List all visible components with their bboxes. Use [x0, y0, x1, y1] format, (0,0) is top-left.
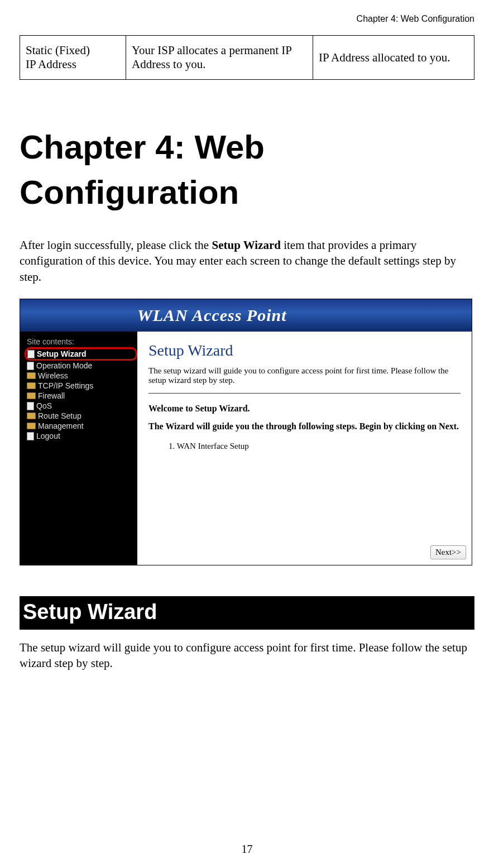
sidebar-item-label: Wireless [38, 371, 68, 380]
intro-bold: Setup Wizard [212, 238, 281, 252]
folder-icon [27, 423, 36, 429]
page-icon [27, 432, 34, 440]
setup-wizard-title: Setup Wizard [148, 342, 461, 359]
sidebar-item-label: Logout [36, 431, 60, 440]
sidebar-item-label: Route Setup [38, 411, 81, 420]
sidebar-item-tcpip[interactable]: TCP/IP Settings [27, 381, 137, 391]
sidebar-item-qos[interactable]: QoS [27, 401, 137, 411]
sidebar-item-label: Setup Wizard [37, 349, 87, 358]
folder-icon [27, 382, 36, 389]
section-paragraph: The setup wizard will guide you to confi… [20, 640, 474, 672]
sidebar-item-label: QoS [36, 401, 52, 410]
sidebar-item-label: TCP/IP Settings [38, 381, 93, 390]
folder-icon [27, 372, 36, 379]
sidebar-item-label: Management [38, 421, 84, 430]
wlan-banner: WLAN Access Point [20, 299, 472, 332]
content-panel: Setup Wizard The setup wizard will guide… [137, 332, 472, 565]
cell-text: Static (Fixed) [26, 44, 90, 57]
sidebar: Site contents: Setup Wizard Operation Mo… [20, 332, 137, 565]
sidebar-item-label: Firewall [38, 391, 65, 400]
chapter-title: Chapter 4: Web Configuration [20, 124, 474, 215]
sidebar-item-route[interactable]: Route Setup [27, 411, 137, 421]
guide-text: The Wizard will guide you the through fo… [148, 421, 461, 431]
sidebar-item-operation-mode[interactable]: Operation Mode [27, 361, 137, 371]
banner-text: WLAN Access Point [137, 306, 287, 325]
intro-text: After login successfully, please click t… [20, 238, 212, 252]
divider [148, 393, 461, 394]
cell-text: IP Address [26, 57, 76, 71]
page-icon [27, 350, 35, 358]
page-icon [27, 402, 34, 410]
section-banner: Setup Wizard [20, 596, 474, 630]
folder-icon [27, 413, 36, 419]
sidebar-item-management[interactable]: Management [27, 421, 137, 431]
table-cell: IP Address allocated to you. [313, 36, 474, 80]
ip-address-table: Static (Fixed) IP Address Your ISP alloc… [20, 35, 474, 80]
next-button[interactable]: Next>> [430, 545, 466, 559]
table-cell: Static (Fixed) IP Address [20, 36, 126, 80]
sidebar-item-setup-wizard[interactable]: Setup Wizard [25, 347, 137, 361]
folder-icon [27, 392, 36, 399]
step-1: 1. WAN Interface Setup [148, 442, 461, 451]
sidebar-item-firewall[interactable]: Firewall [27, 391, 137, 401]
page-icon [27, 362, 34, 370]
running-head: Chapter 4: Web Configuration [20, 0, 474, 35]
table-row: Static (Fixed) IP Address Your ISP alloc… [20, 36, 474, 80]
embedded-screenshot: WLAN Access Point Site contents: Setup W… [20, 299, 472, 565]
page-number: 17 [0, 843, 494, 856]
sidebar-title: Site contents: [27, 337, 137, 346]
table-cell: Your ISP allocates a permanent IP Addres… [126, 36, 313, 80]
sidebar-item-label: Operation Mode [36, 361, 92, 370]
sidebar-item-wireless[interactable]: Wireless [27, 371, 137, 381]
sidebar-item-logout[interactable]: Logout [27, 431, 137, 441]
intro-paragraph: After login successfully, please click t… [20, 237, 474, 285]
welcome-text: Welcome to Setup Wizard. [148, 404, 461, 414]
setup-wizard-desc: The setup wizard will guide you to confi… [148, 366, 461, 385]
